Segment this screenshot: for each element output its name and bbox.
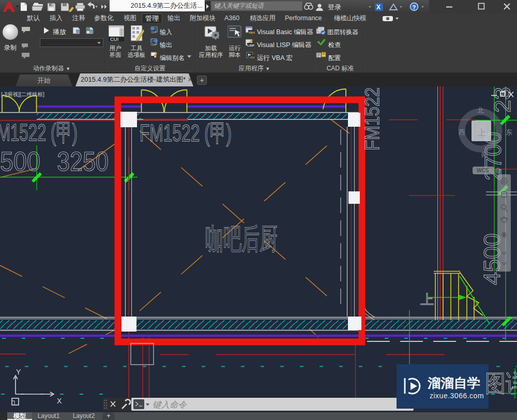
svg-text:?: ? xyxy=(413,4,416,10)
svg-text:CUI: CUI xyxy=(151,31,156,34)
svg-text:图详见: 图详见 xyxy=(485,370,517,397)
svg-text:LISP: LISP xyxy=(248,44,254,47)
svg-text:VBA: VBA xyxy=(249,31,255,34)
svg-text:X: X xyxy=(376,4,381,11)
svg-text:WCS: WCS xyxy=(477,168,489,173)
svg-text:上: 上 xyxy=(420,292,434,307)
svg-text:23: 23 xyxy=(490,87,515,113)
svg-text:键入命令: 键入命令 xyxy=(153,400,188,409)
svg-text:M1522 (甲): M1522 (甲) xyxy=(0,119,78,146)
svg-text:FM1522: FM1522 xyxy=(361,87,383,151)
svg-text:溜溜自学: 溜溜自学 xyxy=(427,376,480,390)
svg-text:北: 北 xyxy=(477,107,484,114)
svg-text:VBA: VBA xyxy=(249,56,255,59)
svg-text:FM1522 (甲): FM1522 (甲) xyxy=(140,119,232,146)
svg-text:3250: 3250 xyxy=(57,146,109,176)
svg-text:西: 西 xyxy=(459,128,465,136)
svg-text:咖吧后厨: 咖吧后厨 xyxy=(205,222,278,255)
svg-text:Y: Y xyxy=(16,368,21,376)
svg-text:CUI: CUI xyxy=(151,43,156,46)
svg-text:zixue.3066.com: zixue.3066.com xyxy=(430,392,484,400)
svg-text:X: X xyxy=(57,397,62,405)
svg-text:南: 南 xyxy=(481,151,488,158)
svg-text:CUI: CUI xyxy=(110,36,118,41)
svg-text:上: 上 xyxy=(477,128,486,138)
svg-text:[-][俯视][二维线框]: [-][俯视][二维线框] xyxy=(1,91,44,97)
svg-text:东: 东 xyxy=(506,128,512,136)
svg-text:登录: 登录 xyxy=(328,3,341,11)
svg-text:500: 500 xyxy=(0,146,40,176)
